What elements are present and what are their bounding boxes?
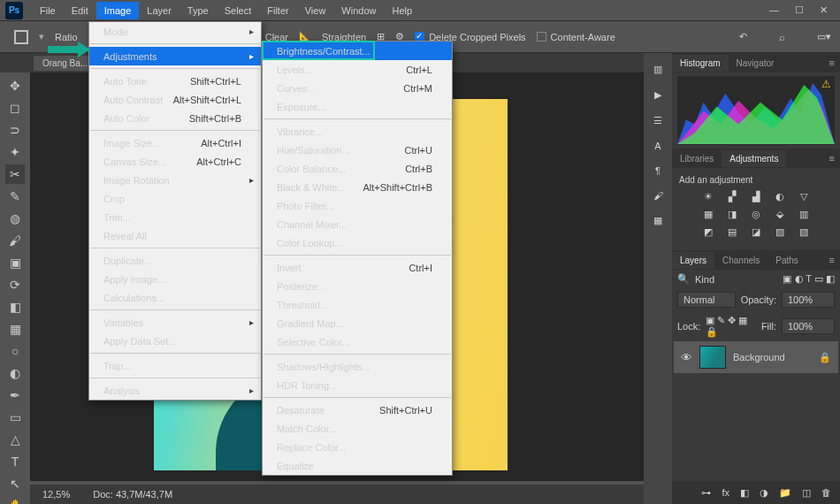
menuitem-hue-saturation[interactable]: Hue/Saturation...Ctrl+U	[263, 141, 452, 159]
lasso-tool[interactable]: ⊃	[5, 120, 25, 140]
eraser-tool[interactable]: ◧	[5, 297, 25, 317]
menuitem-duplicate[interactable]: Duplicate...	[89, 251, 261, 270]
menuitem-trim[interactable]: Trim...	[89, 208, 261, 226]
histogram-tab[interactable]: Histogram	[672, 55, 729, 72]
menuitem-hdr-toning[interactable]: HDR Toning...	[263, 376, 452, 394]
menu-filter[interactable]: Filter	[259, 2, 296, 19]
layer-visibility-icon[interactable]: 👁	[681, 351, 692, 364]
menu-file[interactable]: File	[32, 2, 64, 19]
window-minimize-icon[interactable]: —	[769, 4, 779, 16]
layer-filter-kind[interactable]: Kind	[695, 274, 714, 285]
stamp-tool[interactable]: ▣	[5, 253, 25, 272]
move-tool[interactable]: ✥	[5, 76, 25, 95]
menu-edit[interactable]: Edit	[64, 2, 96, 19]
menu-help[interactable]: Help	[384, 2, 420, 19]
triangle-tool[interactable]: △	[5, 430, 25, 449]
crop-tool-icon[interactable]	[14, 30, 28, 44]
menuitem-canvas-size[interactable]: Canvas Size...Alt+Ctrl+C	[89, 152, 261, 171]
menuitem-replace-color[interactable]: Replace Color...	[263, 438, 452, 456]
menuitem-analysis[interactable]: Analysis	[89, 381, 261, 400]
menuitem-color-balance[interactable]: Color Balance...Ctrl+B	[263, 159, 452, 178]
hand-tool[interactable]: ✋	[5, 496, 25, 504]
layers-tab[interactable]: Layers	[672, 252, 714, 269]
photofilter-adj-icon[interactable]: ◎	[750, 208, 763, 221]
menuitem-crop[interactable]: Crop	[89, 189, 261, 208]
menuitem-invert[interactable]: InvertCtrl+I	[263, 258, 452, 277]
levels-adj-icon[interactable]: ▞	[726, 190, 739, 203]
bw-adj-icon[interactable]: ◨	[726, 208, 739, 221]
adjustment-layer-icon[interactable]: ◑	[760, 487, 768, 499]
menu-select[interactable]: Select	[217, 2, 260, 19]
menu-view[interactable]: View	[297, 2, 334, 19]
menu-window[interactable]: Window	[333, 2, 384, 19]
content-aware-checkbox[interactable]: Content-Aware	[537, 32, 615, 42]
menuitem-levels[interactable]: Levels...Ctrl+L	[263, 60, 452, 79]
menuitem-color-lookup[interactable]: Color Lookup...	[263, 233, 452, 252]
menuitem-exposure[interactable]: Exposure...	[263, 97, 452, 116]
menu-type[interactable]: Type	[179, 2, 217, 19]
menuitem-mode[interactable]: Mode	[89, 22, 261, 41]
menuitem-curves[interactable]: Curves...Ctrl+M	[263, 79, 452, 97]
new-group-icon[interactable]: 📁	[779, 487, 791, 499]
adjustments-tab[interactable]: Adjustments	[722, 150, 786, 167]
layer-fx-icon[interactable]: fx	[722, 487, 729, 498]
gradient-tool[interactable]: ▦	[5, 319, 25, 339]
menuitem-equalize[interactable]: Equalize	[263, 456, 452, 475]
paragraph-panel-icon[interactable]: ¶	[655, 165, 661, 176]
menuitem-auto-contrast[interactable]: Auto ContrastAlt+Shift+Ctrl+L	[89, 90, 261, 109]
history-brush-tool[interactable]: ⟳	[5, 275, 25, 294]
menuitem-auto-tone[interactable]: Auto ToneShift+Ctrl+L	[89, 72, 261, 90]
menuitem-variables[interactable]: Variables	[89, 313, 261, 332]
libraries-tab[interactable]: Libraries	[672, 150, 722, 167]
menuitem-trap[interactable]: Trap...	[89, 356, 261, 375]
menuitem-apply-dataset[interactable]: Apply Data Set...	[89, 332, 261, 350]
swatches-panel-icon[interactable]: ▦	[653, 215, 662, 226]
menuitem-apply-image[interactable]: Apply Image...	[89, 270, 261, 288]
menu-image[interactable]: Image	[96, 2, 140, 19]
document-tab[interactable]: Orang Ba...	[34, 56, 96, 71]
play-icon[interactable]: ▶	[654, 89, 661, 101]
posterize-adj-icon[interactable]: ▤	[726, 225, 739, 239]
workspace-icon[interactable]: ▭▾	[817, 31, 831, 42]
vibrance-adj-icon[interactable]: ▽	[798, 190, 811, 203]
hue-adj-icon[interactable]: ▦	[702, 208, 715, 221]
brush-panel-icon[interactable]: 🖌	[653, 190, 663, 201]
panel-menu-icon[interactable]: ≡	[829, 57, 840, 68]
reset-icon[interactable]: ↶	[739, 31, 747, 42]
menuitem-image-rotation[interactable]: Image Rotation	[89, 171, 261, 189]
crop-tool[interactable]: ✂	[5, 164, 25, 184]
pen-tool[interactable]: ✒	[5, 386, 25, 405]
heal-tool[interactable]: ◍	[5, 209, 25, 228]
window-maximize-icon[interactable]: ☐	[795, 4, 804, 16]
menuitem-posterize[interactable]: Posterize...	[263, 277, 452, 295]
menuitem-match-color[interactable]: Match Color...	[263, 419, 452, 438]
menuitem-vibrance[interactable]: Vibrance...	[263, 122, 452, 141]
curves-adj-icon[interactable]: ▟	[750, 190, 763, 203]
blur-tool[interactable]: ○	[5, 341, 25, 361]
menuitem-brightness-contrast[interactable]: Brightness/Contrast...	[263, 42, 452, 60]
marquee-tool[interactable]: ◻	[5, 98, 25, 118]
dodge-tool[interactable]: ◐	[5, 363, 25, 383]
channels-tab[interactable]: Channels	[714, 252, 767, 269]
fill-value[interactable]: 100%	[782, 318, 835, 334]
type-tool[interactable]: T	[5, 452, 25, 471]
new-layer-icon[interactable]: ◫	[802, 487, 811, 499]
blend-mode-select[interactable]: Normal	[677, 292, 736, 308]
ratio-label[interactable]: Ratio	[55, 32, 78, 42]
history-panel-icon[interactable]: ▥	[653, 64, 662, 75]
menuitem-channel-mixer[interactable]: Channel Mixer...	[263, 215, 452, 233]
menuitem-black-white[interactable]: Black & White...Alt+Shift+Ctrl+B	[263, 178, 452, 196]
wand-tool[interactable]: ✦	[5, 142, 25, 162]
menu-layer[interactable]: Layer	[139, 2, 179, 19]
invert-adj-icon[interactable]: ◩	[702, 225, 715, 239]
menuitem-auto-color[interactable]: Auto ColorShift+Ctrl+B	[89, 109, 261, 127]
menuitem-adjustments[interactable]: Adjustments	[89, 47, 261, 65]
delete-layer-icon[interactable]: 🗑	[821, 487, 831, 498]
character-panel-icon[interactable]: A	[654, 141, 661, 151]
menuitem-threshold[interactable]: Threshold...	[263, 295, 452, 314]
mixer-adj-icon[interactable]: ⬙	[774, 208, 787, 221]
menuitem-calculations[interactable]: Calculations...	[89, 288, 261, 307]
properties-panel-icon[interactable]: ☰	[653, 115, 662, 126]
search-icon[interactable]: ⌕	[779, 32, 785, 42]
brightness-adj-icon[interactable]: ☀	[702, 190, 715, 203]
